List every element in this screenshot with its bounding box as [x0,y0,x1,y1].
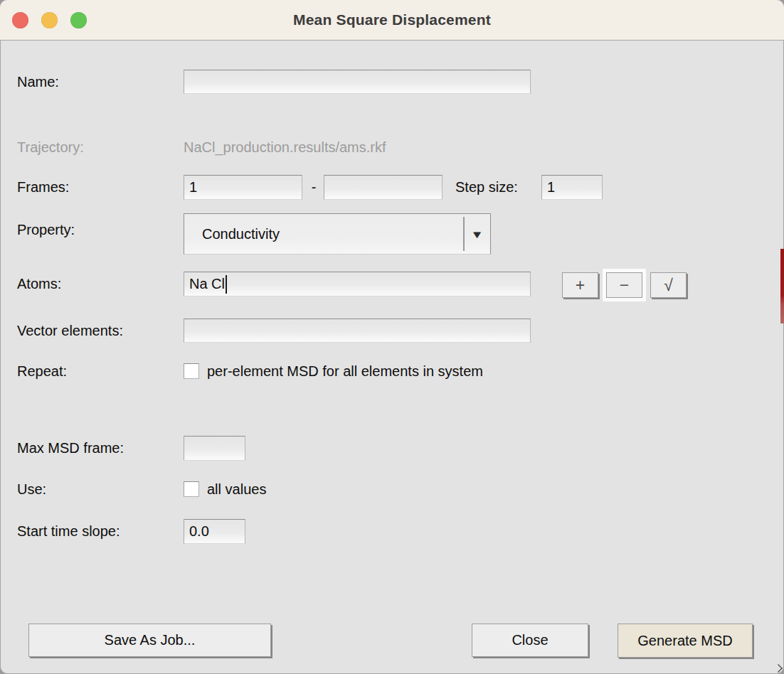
chevron-down-icon: ▼ [470,228,484,240]
property-dropdown[interactable]: Conductivity ▼ [184,213,491,255]
resize-grip-icon[interactable] [774,664,783,673]
plus-icon: + [576,276,585,295]
checkmark-icon: √ [664,276,673,295]
save-as-job-button[interactable]: Save As Job... [28,624,271,657]
trajectory-label: Trajectory: [17,137,84,157]
save-as-job-button-label: Save As Job... [105,632,196,648]
frames-range-separator: - [307,175,321,200]
frames-label: Frames: [17,175,69,200]
title-bar: Mean Square Displacement [0,0,784,41]
name-label: Name: [17,70,59,94]
atoms-add-button[interactable]: + [562,272,598,298]
close-button[interactable]: Close [472,624,588,657]
vector-elements-input[interactable] [184,319,531,343]
frames-to-input[interactable] [324,175,443,200]
use-all-values-checkbox[interactable] [184,481,199,497]
step-size-input[interactable] [541,175,603,200]
close-button-label: Close [512,632,548,648]
repeat-checkbox[interactable] [184,363,199,379]
use-label: Use: [17,480,46,498]
atoms-remove-button[interactable]: − [606,272,642,298]
step-size-label: Step size: [455,175,518,200]
background-edge-artifact [780,249,784,323]
generate-msd-button-label: Generate MSD [637,633,732,649]
window-title: Mean Square Displacement [293,11,491,28]
start-time-slope-label: Start time slope: [17,519,120,544]
start-time-slope-input[interactable] [184,519,245,544]
max-msd-frame-label: Max MSD frame: [17,436,124,461]
property-selected-value: Conductivity [184,226,463,242]
generate-msd-button[interactable]: Generate MSD [618,624,753,658]
msd-dialog: Mean Square Displacement Name: Trajector… [0,0,784,674]
trajectory-value: NaCl_production.results/ams.rkf [184,137,386,157]
vector-elements-label: Vector elements: [17,319,123,343]
atoms-label: Atoms: [17,272,61,296]
zoom-window-icon[interactable] [70,12,87,28]
use-checkbox-label: all values [207,480,266,498]
name-input[interactable] [184,70,531,94]
text-caret [226,275,227,294]
minimize-window-icon[interactable] [41,12,58,28]
max-msd-frame-input[interactable] [184,436,245,461]
dropdown-arrow-box: ▼ [463,217,489,251]
frames-from-input[interactable] [184,175,302,200]
repeat-label: Repeat: [17,362,67,380]
minus-icon: − [620,276,629,295]
atoms-input-value: Na Cl [189,276,225,292]
close-window-icon[interactable] [12,12,28,28]
repeat-checkbox-label: per-element MSD for all elements in syst… [207,362,483,380]
atoms-apply-button[interactable]: √ [650,272,687,298]
property-label: Property: [17,215,75,244]
atoms-input[interactable]: Na Cl [184,272,531,296]
